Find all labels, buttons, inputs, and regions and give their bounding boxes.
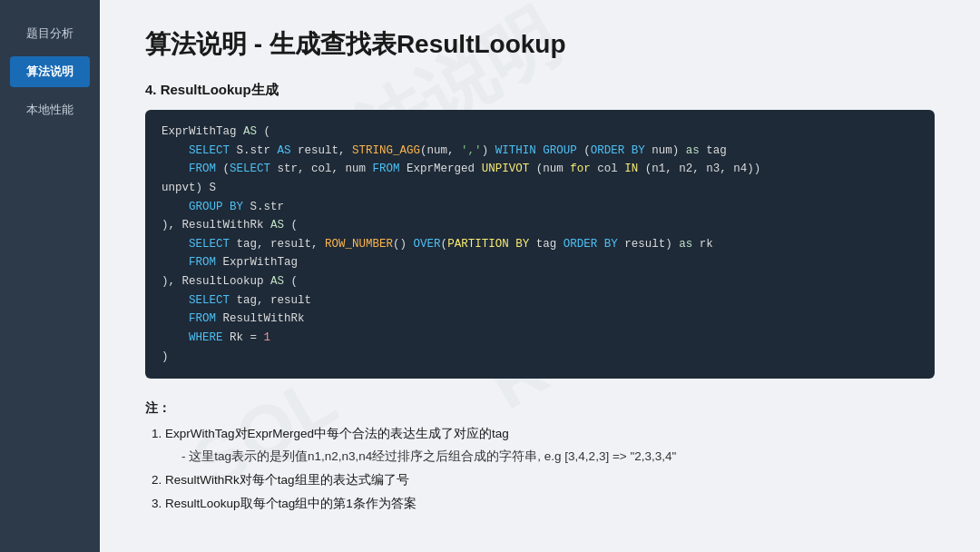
note-item-2: ResultWithRk对每个tag组里的表达式编了号 [165, 469, 935, 491]
notes-section: 注： ExprWithTag对ExprMerged中每个合法的表达生成了对应的t… [145, 397, 935, 515]
section-heading: 4. ResultLookup生成 [145, 82, 935, 99]
sidebar: 题目分析 算法说明 本地性能 [0, 0, 100, 552]
note-item-1: ExprWithTag对ExprMerged中每个合法的表达生成了对应的tag … [165, 423, 935, 468]
notes-list: ExprWithTag对ExprMerged中每个合法的表达生成了对应的tag … [145, 423, 935, 515]
sidebar-item-algorithm-explanation[interactable]: 算法说明 [10, 56, 90, 87]
note-item-3: ResultLookup取每个tag组中的第1条作为答案 [165, 493, 935, 515]
sidebar-item-local-performance[interactable]: 本地性能 [10, 94, 90, 125]
sidebar-item-question-analysis[interactable]: 题目分析 [10, 18, 90, 49]
page-title: 算法说明 - 生成查找表ResultLookup [145, 27, 935, 62]
content-wrapper: 算法说明 - 生成查找表ResultLookup 4. ResultLookup… [145, 27, 935, 516]
code-block: ExprWithTag AS ( SELECT S.str AS result,… [145, 110, 935, 379]
note-item-1-sub: - 这里tag表示的是列值n1,n2,n3,n4经过排序之后组合成的字符串, e… [165, 446, 935, 468]
main-content: 算法说明 ResultLookup SQL 算法说明 - 生成查找表Result… [100, 0, 980, 552]
note-label: 注： [145, 397, 935, 419]
